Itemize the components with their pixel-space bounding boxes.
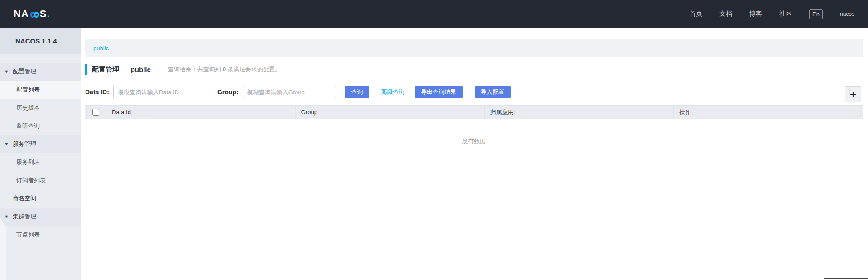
dataid-input[interactable] bbox=[113, 86, 206, 98]
title-separator: | bbox=[124, 66, 126, 73]
sidebar-item-subscriber-list[interactable]: 订阅者列表 bbox=[0, 171, 81, 189]
user-menu[interactable]: nacos bbox=[840, 11, 854, 17]
logo-dot: . bbox=[47, 8, 50, 20]
import-config-button[interactable]: 导入配置 bbox=[475, 86, 511, 98]
logo-text-left: NA bbox=[14, 8, 29, 20]
language-toggle[interactable]: En bbox=[809, 9, 823, 19]
sidebar-item-config-list[interactable]: 配置列表 bbox=[0, 81, 81, 99]
caret-down-icon: ▼ bbox=[4, 63, 9, 81]
top-navigation: 首页 文档 博客 社区 En nacos bbox=[690, 9, 854, 19]
nacos-logo: NA S . bbox=[14, 8, 50, 20]
column-header-data-id: Data Id bbox=[106, 106, 295, 119]
sidebar-item-cluster-management[interactable]: ▼ 集群管理 bbox=[0, 208, 81, 226]
infinity-icon bbox=[30, 12, 39, 18]
group-label: Group: bbox=[217, 88, 239, 96]
empty-state: 没有数据 bbox=[85, 119, 863, 164]
nav-community[interactable]: 社区 bbox=[779, 10, 792, 18]
column-header-app: 归属应用: bbox=[484, 106, 674, 119]
query-button[interactable]: 查询 bbox=[345, 86, 369, 98]
nav-home[interactable]: 首页 bbox=[690, 10, 702, 18]
page-title: 配置管理 bbox=[92, 65, 119, 74]
namespace-bar: public bbox=[85, 39, 863, 57]
sidebar-collapse-handle[interactable] bbox=[0, 217, 6, 280]
nav-blog[interactable]: 博客 bbox=[749, 10, 762, 18]
sidebar-item-node-list[interactable]: 节点列表 bbox=[0, 226, 81, 244]
caret-down-icon: ▼ bbox=[4, 135, 9, 153]
group-input[interactable] bbox=[243, 86, 336, 98]
sidebar-menu: ▼ 配置管理 配置列表 历史版本 监听查询 ▼ 服务管理 服务列表 订阅者列表 … bbox=[0, 63, 81, 244]
main-content: public 配置管理 | public 查询结果：共查询到0条满足要求的配置。… bbox=[81, 28, 868, 280]
table-header: Data Id Group 归属应用: 操作 bbox=[85, 105, 863, 119]
sidebar-item-service-management[interactable]: ▼ 服务管理 bbox=[0, 135, 81, 153]
sidebar-item-listening-query[interactable]: 监听查询 bbox=[0, 117, 81, 135]
sidebar-item-config-management[interactable]: ▼ 配置管理 bbox=[0, 63, 81, 81]
nav-docs[interactable]: 文档 bbox=[719, 10, 732, 18]
config-table: Data Id Group 归属应用: 操作 没有数据 bbox=[85, 105, 863, 164]
result-count: 0 bbox=[223, 66, 226, 72]
select-all-cell bbox=[85, 109, 106, 116]
sidebar-version: NACOS 1.1.4 bbox=[0, 28, 81, 54]
sidebar-item-history-versions[interactable]: 历史版本 bbox=[0, 99, 81, 117]
namespace-link-public[interactable]: public bbox=[93, 45, 109, 52]
column-header-group: Group bbox=[295, 106, 484, 119]
sidebar-item-service-list[interactable]: 服务列表 bbox=[0, 153, 81, 171]
select-all-checkbox[interactable] bbox=[92, 109, 99, 116]
column-header-actions: 操作 bbox=[673, 106, 863, 119]
page-title-row: 配置管理 | public 查询结果：共查询到0条满足要求的配置。 bbox=[85, 63, 281, 75]
query-result-text: 查询结果：共查询到0条满足要求的配置。 bbox=[168, 65, 281, 73]
plus-icon: + bbox=[849, 88, 856, 100]
caret-down-icon: ▼ bbox=[4, 208, 9, 226]
add-config-button[interactable]: + bbox=[845, 86, 861, 102]
dataid-label: Data ID: bbox=[85, 88, 109, 96]
title-namespace: public bbox=[131, 66, 151, 73]
sidebar-item-namespace[interactable]: 命名空间 bbox=[0, 189, 81, 208]
sidebar: NACOS 1.1.4 ▼ 配置管理 配置列表 历史版本 监听查询 ▼ 服务管理… bbox=[0, 28, 81, 280]
export-results-button[interactable]: 导出查询结果 bbox=[415, 86, 463, 98]
logo-text-right: S bbox=[40, 8, 47, 20]
advanced-query-link[interactable]: 高级查询 bbox=[381, 88, 405, 96]
horizontal-scrollbar-thumb[interactable] bbox=[824, 278, 868, 279]
title-accent-bar bbox=[85, 64, 87, 75]
top-header: NA S . 首页 文档 博客 社区 En nacos bbox=[0, 0, 868, 28]
search-toolbar: Data ID: Group: 查询 高级查询 导出查询结果 导入配置 bbox=[85, 85, 511, 99]
